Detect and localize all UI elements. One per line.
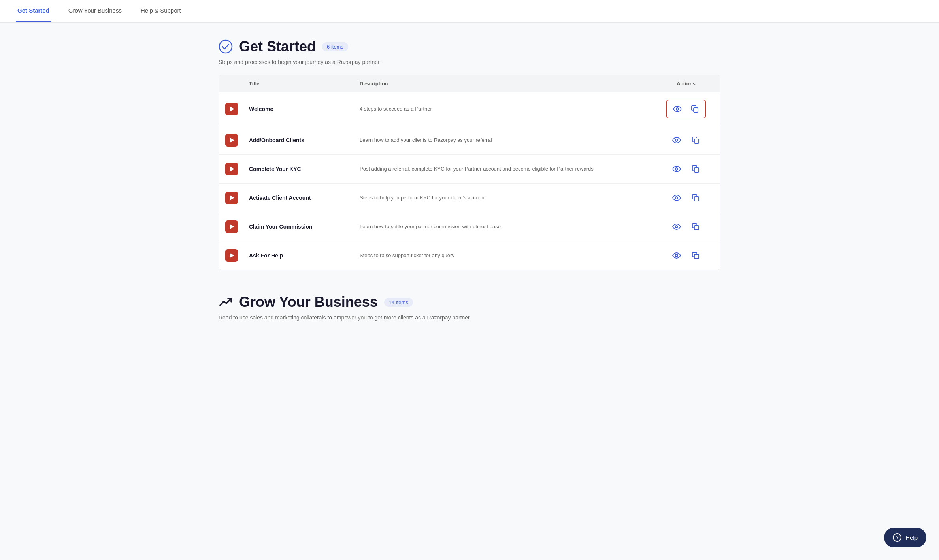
view-button-activate-client[interactable] [669, 191, 684, 205]
view-button-welcome[interactable] [670, 102, 684, 116]
help-button[interactable]: ? Help [884, 528, 926, 547]
row-description-ask-for-help: Steps to raise support ticket for any qu… [360, 252, 658, 259]
table-row: Claim Your Commission Learn how to settl… [219, 212, 720, 241]
tab-help-support[interactable]: Help & Support [139, 0, 183, 22]
copy-icon [692, 194, 700, 202]
table-row: Welcome 4 steps to succeed as a Partner [219, 92, 720, 126]
video-icon-complete-kyc [225, 163, 249, 175]
copy-button-ask-for-help[interactable] [688, 248, 703, 263]
row-title-claim-commission: Claim Your Commission [249, 224, 360, 230]
eye-icon [672, 252, 681, 259]
table-row: Complete Your KYC Post adding a referral… [219, 155, 720, 184]
get-started-title: Get Started [239, 38, 316, 55]
table-row: Ask For Help Steps to raise support tick… [219, 241, 720, 270]
svg-rect-12 [694, 254, 699, 259]
copy-icon [692, 165, 700, 173]
actions-highlighted-box [666, 100, 706, 118]
video-icon-activate-client [225, 192, 249, 204]
svg-rect-4 [694, 139, 699, 143]
svg-point-1 [676, 108, 679, 110]
row-title-complete-kyc: Complete Your KYC [249, 166, 360, 172]
svg-rect-6 [694, 168, 699, 172]
copy-icon [692, 136, 700, 144]
table-row: Add/Onboard Clients Learn how to add you… [219, 126, 720, 155]
copy-icon [692, 223, 700, 231]
grow-business-section: Grow Your Business 14 items Read to use … [219, 294, 720, 321]
view-button-ask-for-help[interactable] [669, 248, 684, 263]
table-header: Title Description Actions [219, 75, 720, 92]
copy-icon [692, 252, 700, 259]
eye-icon [673, 106, 682, 112]
help-button-label: Help [905, 534, 918, 541]
svg-point-0 [219, 40, 232, 53]
video-icon-welcome [225, 103, 249, 115]
col-description: Description [360, 81, 658, 86]
main-content: Get Started 6 items Steps and processes … [203, 23, 736, 346]
row-title-add-clients: Add/Onboard Clients [249, 137, 360, 143]
table-row: Activate Client Account Steps to help yo… [219, 184, 720, 212]
copy-button-claim-commission[interactable] [688, 220, 703, 234]
svg-point-5 [675, 168, 678, 170]
grow-business-subtitle: Read to use sales and marketing collater… [219, 314, 720, 321]
eye-icon [672, 224, 681, 230]
row-title-activate-client: Activate Client Account [249, 195, 360, 201]
copy-button-add-clients[interactable] [688, 133, 703, 147]
grow-business-badge: 14 items [384, 298, 413, 307]
col-actions: Actions [658, 81, 714, 86]
tab-grow-business[interactable]: Grow Your Business [67, 0, 123, 22]
view-button-claim-commission[interactable] [669, 220, 684, 234]
row-description-welcome: 4 steps to succeed as a Partner [360, 105, 658, 113]
get-started-section-header: Get Started 6 items [219, 38, 720, 55]
eye-icon [672, 195, 681, 201]
copy-button-activate-client[interactable] [688, 191, 703, 205]
svg-point-9 [675, 226, 678, 228]
video-icon-add-clients [225, 134, 249, 147]
actions-cell-add-clients [658, 133, 714, 147]
view-button-add-clients[interactable] [669, 133, 684, 147]
trending-up-icon [219, 295, 233, 309]
copy-icon [691, 105, 699, 113]
row-description-complete-kyc: Post adding a referral, complete KYC for… [360, 165, 658, 173]
svg-rect-2 [694, 108, 698, 112]
col-empty [225, 81, 249, 86]
copy-button-complete-kyc[interactable] [688, 162, 703, 176]
row-title-ask-for-help: Ask For Help [249, 252, 360, 259]
actions-cell-activate-client [658, 191, 714, 205]
svg-point-3 [675, 139, 678, 141]
eye-icon [672, 137, 681, 143]
svg-point-11 [675, 254, 678, 257]
col-title: Title [249, 81, 360, 86]
eye-icon [672, 166, 681, 172]
svg-point-7 [675, 197, 678, 199]
actions-cell-complete-kyc [658, 162, 714, 176]
get-started-table: Title Description Actions Welcome 4 step… [219, 75, 720, 270]
row-description-claim-commission: Learn how to settle your partner commiss… [360, 223, 658, 231]
view-button-complete-kyc[interactable] [669, 162, 684, 176]
video-icon-claim-commission [225, 220, 249, 233]
actions-cell-claim-commission [658, 220, 714, 234]
copy-button-welcome[interactable] [688, 102, 702, 116]
actions-cell-welcome [658, 100, 714, 118]
get-started-subtitle: Steps and processes to begin your journe… [219, 59, 720, 65]
help-question-icon: ? [893, 533, 901, 542]
row-description-add-clients: Learn how to add your clients to Razorpa… [360, 136, 658, 144]
svg-rect-8 [694, 197, 699, 201]
tab-get-started[interactable]: Get Started [16, 0, 51, 22]
nav-bar: Get Started Grow Your Business Help & Su… [0, 0, 939, 23]
checkmark-icon [219, 39, 233, 54]
row-description-activate-client: Steps to help you perform KYC for your c… [360, 194, 658, 202]
row-title-welcome: Welcome [249, 106, 360, 112]
svg-rect-10 [694, 226, 699, 230]
grow-business-section-header: Grow Your Business 14 items [219, 294, 720, 310]
actions-cell-ask-for-help [658, 248, 714, 263]
get-started-badge: 6 items [322, 42, 348, 51]
video-icon-ask-for-help [225, 249, 249, 262]
grow-business-title: Grow Your Business [239, 294, 378, 310]
